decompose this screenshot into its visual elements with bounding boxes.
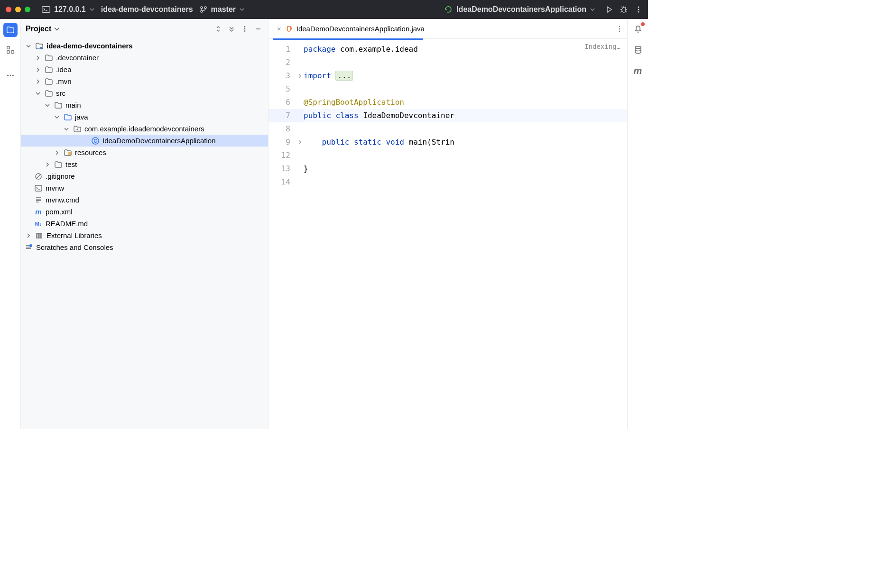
code-text: import <box>304 71 331 80</box>
tab-filename: IdeaDemoDevcontainersApplication.java <box>296 25 425 33</box>
project-settings-button[interactable] <box>240 24 250 34</box>
hide-sidebar-button[interactable] <box>253 24 263 34</box>
chevron-right-icon[interactable] <box>53 150 61 155</box>
left-tool-rail <box>0 19 21 429</box>
more-tools-button[interactable] <box>3 68 18 83</box>
close-window-icon[interactable] <box>6 7 11 12</box>
minimize-window-icon[interactable] <box>15 7 21 12</box>
code-lines[interactable]: package com.example.idead import ... @Sp… <box>304 39 627 429</box>
tree-label: README.md <box>46 220 88 228</box>
tab-more-button[interactable] <box>616 25 623 33</box>
run-button[interactable] <box>605 6 613 13</box>
run-config-label: IdeaDemoDevcontainersApplication <box>456 5 586 14</box>
maven-tool-button[interactable]: m <box>632 64 644 77</box>
fold-expand-icon[interactable] <box>296 69 304 83</box>
tree-folder[interactable]: test <box>21 158 268 170</box>
folder-icon <box>45 55 53 61</box>
chevron-right-icon[interactable] <box>34 67 42 72</box>
tree-folder[interactable]: .idea <box>21 64 268 75</box>
tree-label: main <box>65 101 81 109</box>
editor-pane: × IdeaDemoDevcontainersApplication.java … <box>269 19 627 429</box>
tree-class-selected[interactable]: C IdeaDemoDevcontainersApplication <box>21 135 268 147</box>
line-number: 14 <box>269 175 296 189</box>
project-sidebar: Project idea-demo-devcontainers .devcont… <box>21 19 269 429</box>
project-tool-button[interactable] <box>3 23 18 37</box>
notifications-button[interactable] <box>632 23 644 35</box>
project-label: idea-demo-devcontainers <box>101 5 193 14</box>
chevron-down-icon[interactable] <box>63 127 70 131</box>
gitignore-icon <box>34 173 43 180</box>
tree-file[interactable]: .gitignore <box>21 170 268 182</box>
more-actions-button[interactable] <box>635 6 642 13</box>
tree-external-libs[interactable]: External Libraries <box>21 230 268 241</box>
chevron-down-icon[interactable] <box>34 91 42 96</box>
collapse-all-button[interactable] <box>226 24 237 34</box>
tree-folder[interactable]: src <box>21 87 268 99</box>
svg-point-2 <box>204 7 206 9</box>
chevron-right-icon[interactable] <box>34 79 42 84</box>
code-text: @SpringBootApplication <box>304 98 404 107</box>
tree-package[interactable]: com.example.ideademodevcontainers <box>21 123 268 135</box>
svg-point-18 <box>77 129 78 130</box>
structure-tool-button[interactable] <box>3 43 18 57</box>
maven-icon: m <box>34 208 43 216</box>
svg-point-15 <box>244 28 246 30</box>
main-toolbar: 127.0.0.1 idea-demo-devcontainers master… <box>0 0 648 19</box>
tree-label: External Libraries <box>46 231 102 239</box>
select-opened-file-button[interactable] <box>213 24 223 34</box>
tree-folder[interactable]: .mvn <box>21 75 268 87</box>
run-config-selector[interactable]: IdeaDemoDevcontainersApplication <box>444 5 595 14</box>
git-branch-selector[interactable]: master <box>200 5 244 14</box>
tree-label: IdeaDemoDevcontainersApplication <box>102 137 215 145</box>
fold-placeholder[interactable]: ... <box>335 71 353 81</box>
tree-label: mvnw.cmd <box>46 196 79 204</box>
tree-folder[interactable]: .devcontainer <box>21 52 268 64</box>
tree-file[interactable]: mvnw.cmd <box>21 194 268 206</box>
chevron-right-icon[interactable] <box>34 55 42 60</box>
code-text: } <box>304 164 308 173</box>
source-folder-icon <box>64 114 72 120</box>
chevron-down-icon[interactable] <box>53 115 61 119</box>
host-selector[interactable]: 127.0.0.1 <box>42 5 94 14</box>
debug-button[interactable] <box>620 5 628 14</box>
project-name[interactable]: idea-demo-devcontainers <box>101 5 193 14</box>
folder-icon <box>45 90 53 97</box>
svg-point-30 <box>635 46 641 49</box>
folder-icon <box>45 66 53 73</box>
svg-rect-10 <box>11 51 13 53</box>
tree-label: .devcontainer <box>56 54 99 62</box>
tree-source-folder[interactable]: java <box>21 111 268 123</box>
code-text: void <box>386 138 404 147</box>
svg-point-14 <box>244 26 246 28</box>
chevron-down-icon[interactable] <box>44 103 51 108</box>
chevron-right-icon[interactable] <box>25 233 32 238</box>
close-tab-icon[interactable]: × <box>277 25 281 33</box>
chevron-right-icon[interactable] <box>44 162 51 167</box>
svg-point-12 <box>9 74 11 76</box>
chevron-down-icon[interactable] <box>54 26 60 32</box>
tree-file[interactable]: m pom.xml <box>21 206 268 218</box>
svg-rect-25 <box>40 233 42 238</box>
project-tree[interactable]: idea-demo-devcontainers .devcontainer .i… <box>21 39 268 429</box>
tree-file[interactable]: M↓ README.md <box>21 218 268 230</box>
editor-tab-active[interactable]: × IdeaDemoDevcontainersApplication.java <box>272 19 429 38</box>
tree-root[interactable]: idea-demo-devcontainers <box>21 40 268 52</box>
scratches-icon <box>25 244 33 251</box>
line-number: 1 <box>269 43 296 56</box>
code-editor[interactable]: 1 2 3 5 6 7 8 9 12 13 14 <box>269 39 627 429</box>
window-controls <box>6 7 30 12</box>
tree-file[interactable]: mvnw <box>21 182 268 194</box>
svg-point-16 <box>244 30 246 32</box>
svg-rect-23 <box>37 233 38 238</box>
tree-folder[interactable]: main <box>21 99 268 111</box>
right-tool-rail: m <box>627 19 648 429</box>
svg-rect-17 <box>40 47 42 49</box>
chevron-down-icon[interactable] <box>25 44 32 48</box>
tree-scratches[interactable]: Scratches and Consoles <box>21 241 268 253</box>
tree-label: pom.xml <box>46 208 73 216</box>
maximize-window-icon[interactable] <box>25 7 30 12</box>
tree-resources-folder[interactable]: resources <box>21 147 268 158</box>
fold-expand-icon[interactable] <box>296 136 304 149</box>
database-tool-button[interactable] <box>632 44 644 56</box>
folder-icon <box>45 78 53 85</box>
